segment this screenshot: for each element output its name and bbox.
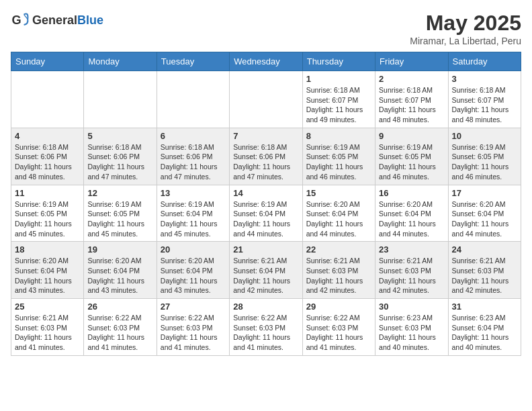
- day-info: Sunrise: 6:18 AM Sunset: 6:06 PM Dayligh…: [15, 142, 80, 182]
- weekday-header-thursday: Thursday: [302, 52, 375, 71]
- calendar-day-cell: 27Sunrise: 6:22 AM Sunset: 6:03 PM Dayli…: [157, 299, 229, 356]
- day-number: 6: [161, 131, 226, 141]
- day-number: 20: [161, 244, 226, 255]
- day-number: 10: [452, 131, 517, 141]
- day-info: Sunrise: 6:19 AM Sunset: 6:04 PM Dayligh…: [233, 199, 298, 239]
- calendar-day-cell: 16Sunrise: 6:20 AM Sunset: 6:04 PM Dayli…: [375, 185, 448, 242]
- day-number: 21: [233, 244, 298, 255]
- page-header: G GeneralBlue May 2025 Miramar, La Liber…: [11, 11, 521, 46]
- weekday-header-saturday: Saturday: [448, 52, 521, 71]
- day-info: Sunrise: 6:21 AM Sunset: 6:03 PM Dayligh…: [15, 313, 80, 353]
- logo-general-text: General: [32, 13, 77, 27]
- calendar-week-row: 4Sunrise: 6:18 AM Sunset: 6:06 PM Daylig…: [11, 128, 521, 185]
- calendar-week-row: 1Sunrise: 6:18 AM Sunset: 6:07 PM Daylig…: [11, 71, 521, 128]
- day-info: Sunrise: 6:20 AM Sunset: 6:04 PM Dayligh…: [161, 256, 226, 295]
- day-info: Sunrise: 6:21 AM Sunset: 6:03 PM Dayligh…: [452, 256, 517, 295]
- calendar-day-cell: 28Sunrise: 6:22 AM Sunset: 6:03 PM Dayli…: [230, 299, 302, 356]
- day-info: Sunrise: 6:18 AM Sunset: 6:06 PM Dayligh…: [233, 142, 298, 182]
- day-info: Sunrise: 6:19 AM Sunset: 6:05 PM Dayligh…: [306, 142, 371, 182]
- calendar-day-cell: 15Sunrise: 6:20 AM Sunset: 6:04 PM Dayli…: [302, 185, 375, 242]
- day-number: 25: [15, 302, 80, 312]
- calendar-day-cell: 10Sunrise: 6:19 AM Sunset: 6:05 PM Dayli…: [448, 128, 521, 185]
- logo-icon: G: [11, 11, 30, 30]
- day-info: Sunrise: 6:23 AM Sunset: 6:04 PM Dayligh…: [452, 313, 517, 353]
- day-info: Sunrise: 6:18 AM Sunset: 6:07 PM Dayligh…: [306, 85, 371, 125]
- calendar-day-cell: 3Sunrise: 6:18 AM Sunset: 6:07 PM Daylig…: [448, 71, 521, 128]
- day-info: Sunrise: 6:21 AM Sunset: 6:04 PM Dayligh…: [233, 256, 298, 295]
- calendar-day-cell: 30Sunrise: 6:23 AM Sunset: 6:03 PM Dayli…: [375, 299, 448, 356]
- day-number: 16: [379, 188, 444, 198]
- day-number: 7: [233, 131, 298, 141]
- calendar-empty-cell: [157, 71, 229, 128]
- calendar-day-cell: 7Sunrise: 6:18 AM Sunset: 6:06 PM Daylig…: [230, 128, 302, 185]
- day-info: Sunrise: 6:19 AM Sunset: 6:04 PM Dayligh…: [161, 199, 226, 239]
- weekday-header-friday: Friday: [375, 52, 448, 71]
- calendar-day-cell: 31Sunrise: 6:23 AM Sunset: 6:04 PM Dayli…: [448, 299, 521, 356]
- calendar-empty-cell: [11, 71, 84, 128]
- day-number: 31: [452, 302, 517, 312]
- day-number: 22: [306, 244, 371, 255]
- day-info: Sunrise: 6:19 AM Sunset: 6:05 PM Dayligh…: [87, 199, 152, 239]
- day-info: Sunrise: 6:19 AM Sunset: 6:05 PM Dayligh…: [452, 142, 517, 182]
- day-info: Sunrise: 6:18 AM Sunset: 6:06 PM Dayligh…: [87, 142, 152, 182]
- day-number: 9: [379, 131, 444, 141]
- weekday-header-tuesday: Tuesday: [157, 52, 229, 71]
- day-info: Sunrise: 6:20 AM Sunset: 6:04 PM Dayligh…: [15, 256, 80, 295]
- day-number: 15: [306, 188, 371, 198]
- logo-blue-text: Blue: [77, 13, 103, 27]
- calendar-day-cell: 23Sunrise: 6:21 AM Sunset: 6:03 PM Dayli…: [375, 242, 448, 299]
- calendar-empty-cell: [230, 71, 302, 128]
- weekday-header-row: SundayMondayTuesdayWednesdayThursdayFrid…: [11, 52, 521, 71]
- day-info: Sunrise: 6:18 AM Sunset: 6:06 PM Dayligh…: [161, 142, 226, 182]
- day-number: 19: [87, 244, 152, 255]
- day-info: Sunrise: 6:20 AM Sunset: 6:04 PM Dayligh…: [452, 199, 517, 239]
- calendar-day-cell: 6Sunrise: 6:18 AM Sunset: 6:06 PM Daylig…: [157, 128, 229, 185]
- day-number: 11: [15, 188, 80, 198]
- weekday-header-sunday: Sunday: [11, 52, 84, 71]
- calendar-day-cell: 12Sunrise: 6:19 AM Sunset: 6:05 PM Dayli…: [84, 185, 157, 242]
- calendar-day-cell: 22Sunrise: 6:21 AM Sunset: 6:03 PM Dayli…: [302, 242, 375, 299]
- calendar-day-cell: 24Sunrise: 6:21 AM Sunset: 6:03 PM Dayli…: [448, 242, 521, 299]
- day-number: 3: [452, 74, 517, 84]
- day-info: Sunrise: 6:22 AM Sunset: 6:03 PM Dayligh…: [306, 313, 371, 353]
- calendar-empty-cell: [84, 71, 157, 128]
- day-number: 12: [87, 188, 152, 198]
- calendar-day-cell: 13Sunrise: 6:19 AM Sunset: 6:04 PM Dayli…: [157, 185, 229, 242]
- day-info: Sunrise: 6:20 AM Sunset: 6:04 PM Dayligh…: [87, 256, 152, 295]
- day-info: Sunrise: 6:20 AM Sunset: 6:04 PM Dayligh…: [379, 199, 444, 239]
- day-number: 29: [306, 302, 371, 312]
- day-info: Sunrise: 6:21 AM Sunset: 6:03 PM Dayligh…: [379, 256, 444, 295]
- day-number: 2: [379, 74, 444, 84]
- day-number: 1: [306, 74, 371, 84]
- title-area: May 2025 Miramar, La Libertad, Peru: [410, 11, 521, 46]
- svg-text:G: G: [11, 13, 21, 27]
- calendar-week-row: 18Sunrise: 6:20 AM Sunset: 6:04 PM Dayli…: [11, 242, 521, 299]
- calendar-day-cell: 19Sunrise: 6:20 AM Sunset: 6:04 PM Dayli…: [84, 242, 157, 299]
- day-number: 23: [379, 244, 444, 255]
- day-number: 17: [452, 188, 517, 198]
- calendar-day-cell: 2Sunrise: 6:18 AM Sunset: 6:07 PM Daylig…: [375, 71, 448, 128]
- day-number: 26: [87, 302, 152, 312]
- calendar-title: May 2025: [410, 11, 521, 36]
- day-info: Sunrise: 6:22 AM Sunset: 6:03 PM Dayligh…: [161, 313, 226, 353]
- calendar-day-cell: 14Sunrise: 6:19 AM Sunset: 6:04 PM Dayli…: [230, 185, 302, 242]
- day-number: 5: [87, 131, 152, 141]
- day-info: Sunrise: 6:18 AM Sunset: 6:07 PM Dayligh…: [379, 85, 444, 125]
- calendar-week-row: 11Sunrise: 6:19 AM Sunset: 6:05 PM Dayli…: [11, 185, 521, 242]
- calendar-day-cell: 8Sunrise: 6:19 AM Sunset: 6:05 PM Daylig…: [302, 128, 375, 185]
- day-number: 8: [306, 131, 371, 141]
- calendar-day-cell: 4Sunrise: 6:18 AM Sunset: 6:06 PM Daylig…: [11, 128, 84, 185]
- calendar-day-cell: 11Sunrise: 6:19 AM Sunset: 6:05 PM Dayli…: [11, 185, 84, 242]
- day-number: 4: [15, 131, 80, 141]
- day-info: Sunrise: 6:22 AM Sunset: 6:03 PM Dayligh…: [233, 313, 298, 353]
- day-number: 30: [379, 302, 444, 312]
- calendar-subtitle: Miramar, La Libertad, Peru: [410, 36, 521, 46]
- weekday-header-monday: Monday: [84, 52, 157, 71]
- day-info: Sunrise: 6:18 AM Sunset: 6:07 PM Dayligh…: [452, 85, 517, 125]
- day-info: Sunrise: 6:22 AM Sunset: 6:03 PM Dayligh…: [87, 313, 152, 353]
- calendar-day-cell: 21Sunrise: 6:21 AM Sunset: 6:04 PM Dayli…: [230, 242, 302, 299]
- calendar-week-row: 25Sunrise: 6:21 AM Sunset: 6:03 PM Dayli…: [11, 299, 521, 356]
- calendar-day-cell: 9Sunrise: 6:19 AM Sunset: 6:05 PM Daylig…: [375, 128, 448, 185]
- day-number: 24: [452, 244, 517, 255]
- calendar-day-cell: 18Sunrise: 6:20 AM Sunset: 6:04 PM Dayli…: [11, 242, 84, 299]
